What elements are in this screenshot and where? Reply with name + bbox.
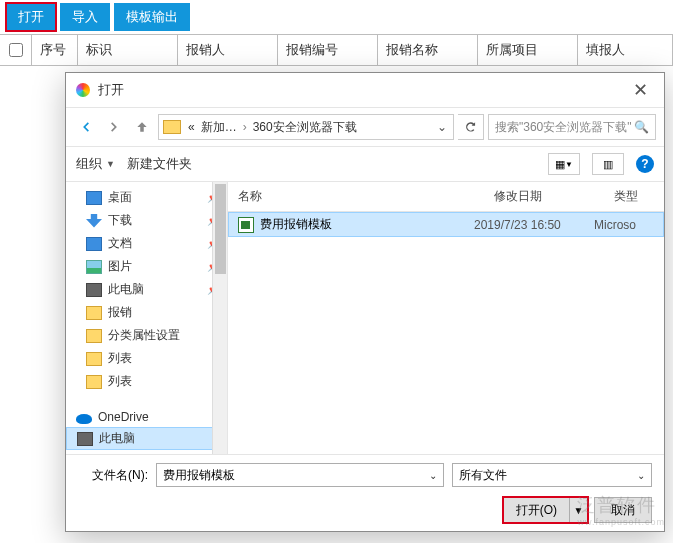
main-toolbar: 打开 导入 模板输出 xyxy=(0,0,673,34)
tree-item[interactable]: 此电脑 xyxy=(66,427,227,450)
desktop-icon xyxy=(86,191,102,205)
tree-item-label: 下载 xyxy=(108,212,132,229)
file-name: 费用报销模板 xyxy=(260,216,474,233)
doc-icon xyxy=(86,237,102,251)
folder-icon xyxy=(86,306,102,320)
tree-item-label: 列表 xyxy=(108,350,132,367)
tree-item[interactable]: 此电脑📌 xyxy=(66,278,227,301)
chevron-down-icon[interactable]: ⌄ xyxy=(431,120,453,134)
folder-icon xyxy=(86,329,102,343)
import-button[interactable]: 导入 xyxy=(60,3,110,31)
select-all-checkbox[interactable] xyxy=(9,43,23,57)
col-project[interactable]: 所属项目 xyxy=(478,35,578,65)
tree-item-label: 桌面 xyxy=(108,189,132,206)
tree-item[interactable]: 列表 xyxy=(66,370,227,393)
grid-header: 序号 标识 报销人 报销编号 报销名称 所属项目 填报人 xyxy=(0,34,673,66)
new-folder-button[interactable]: 新建文件夹 xyxy=(127,155,192,173)
refresh-icon[interactable] xyxy=(458,114,484,140)
file-type: Microso xyxy=(594,218,654,232)
down-icon xyxy=(86,214,102,228)
back-icon[interactable] xyxy=(74,115,98,139)
select-all-cell xyxy=(0,35,32,65)
dialog-body: 桌面📌下载📌文档📌图片📌此电脑📌报销分类属性设置列表列表 OneDrive此电脑… xyxy=(66,182,664,454)
pc-icon xyxy=(86,283,102,297)
organize-button[interactable]: 组织 ▼ xyxy=(76,155,115,173)
tree-item[interactable]: OneDrive xyxy=(66,407,227,427)
tree-item-label: 报销 xyxy=(108,304,132,321)
dialog-titlebar: 打开 ✕ xyxy=(66,73,664,108)
chevron-down-icon[interactable]: ⌄ xyxy=(637,470,645,481)
col-seq[interactable]: 序号 xyxy=(32,35,78,65)
app-icon xyxy=(76,83,90,97)
template-output-button[interactable]: 模板输出 xyxy=(114,3,190,31)
close-icon[interactable]: ✕ xyxy=(627,79,654,101)
help-icon[interactable]: ? xyxy=(636,155,654,173)
tree-item[interactable]: 下载📌 xyxy=(66,209,227,232)
excel-icon xyxy=(238,217,254,233)
col-name[interactable]: 报销名称 xyxy=(378,35,478,65)
open-file-button[interactable]: 打开(O) ▼ xyxy=(503,497,588,523)
tree-item[interactable]: 图片📌 xyxy=(66,255,227,278)
file-date: 2019/7/23 16:50 xyxy=(474,218,594,232)
view-mode-button[interactable]: ▦ ▼ xyxy=(548,153,580,175)
cloud-icon xyxy=(76,414,92,424)
tree-item-label: OneDrive xyxy=(98,410,149,424)
open-dropdown-icon[interactable]: ▼ xyxy=(569,498,587,522)
dialog-toolbar: 组织 ▼ 新建文件夹 ▦ ▼ ▥ ? xyxy=(66,147,664,182)
scrollbar[interactable] xyxy=(212,182,227,454)
tree-item[interactable]: 文档📌 xyxy=(66,232,227,255)
dialog-footer: 文件名(N): 费用报销模板 ⌄ 所有文件 ⌄ 打开(O) ▼ 取消 xyxy=(66,454,664,531)
dialog-nav: « 新加… › 360安全浏览器下载 ⌄ 搜索"360安全浏览器下载" 🔍 xyxy=(66,108,664,147)
breadcrumb-root[interactable]: « xyxy=(185,120,198,134)
file-list: 名称 修改日期 类型 费用报销模板 2019/7/23 16:50 Micros… xyxy=(228,182,664,454)
col-date-header[interactable]: 修改日期 xyxy=(484,182,604,211)
tree-item-label: 图片 xyxy=(108,258,132,275)
tree-item[interactable]: 报销 xyxy=(66,301,227,324)
tree-item-label: 文档 xyxy=(108,235,132,252)
search-placeholder: 搜索"360安全浏览器下载" xyxy=(495,119,632,136)
folder-icon xyxy=(163,120,181,134)
up-icon[interactable] xyxy=(130,115,154,139)
col-filler[interactable]: 填报人 xyxy=(578,35,673,65)
tree-item[interactable]: 分类属性设置 xyxy=(66,324,227,347)
chevron-right-icon: › xyxy=(240,120,250,134)
file-open-dialog: 打开 ✕ « 新加… › 360安全浏览器下载 ⌄ 搜索"360安全浏览器下载"… xyxy=(65,72,665,532)
tree-item-label: 列表 xyxy=(108,373,132,390)
search-icon[interactable]: 🔍 xyxy=(634,120,649,134)
preview-pane-button[interactable]: ▥ xyxy=(592,153,624,175)
chevron-down-icon: ▼ xyxy=(106,159,115,169)
col-flag[interactable]: 标识 xyxy=(78,35,178,65)
forward-icon[interactable] xyxy=(102,115,126,139)
tree-item-label: 此电脑 xyxy=(108,281,144,298)
open-button[interactable]: 打开 xyxy=(6,3,56,31)
file-list-header: 名称 修改日期 类型 xyxy=(228,182,664,212)
col-person[interactable]: 报销人 xyxy=(178,35,278,65)
pc-icon xyxy=(77,432,93,446)
folder-tree: 桌面📌下载📌文档📌图片📌此电脑📌报销分类属性设置列表列表 OneDrive此电脑 xyxy=(66,182,228,454)
search-input[interactable]: 搜索"360安全浏览器下载" 🔍 xyxy=(488,114,656,140)
filetype-filter[interactable]: 所有文件 ⌄ xyxy=(452,463,652,487)
tree-item[interactable]: 桌面📌 xyxy=(66,186,227,209)
folder-icon xyxy=(86,352,102,366)
dialog-title: 打开 xyxy=(98,81,627,99)
file-row[interactable]: 费用报销模板 2019/7/23 16:50 Microso xyxy=(228,212,664,237)
chevron-down-icon[interactable]: ⌄ xyxy=(429,470,437,481)
breadcrumb[interactable]: « 新加… › 360安全浏览器下载 ⌄ xyxy=(158,114,454,140)
cancel-button[interactable]: 取消 xyxy=(594,497,652,523)
folder-icon xyxy=(86,375,102,389)
breadcrumb-seg1[interactable]: 新加… xyxy=(198,119,240,136)
tree-item-label: 此电脑 xyxy=(99,430,135,447)
filename-input[interactable]: 费用报销模板 ⌄ xyxy=(156,463,444,487)
col-type-header[interactable]: 类型 xyxy=(604,182,664,211)
filename-label: 文件名(N): xyxy=(78,467,148,484)
tree-item[interactable]: 列表 xyxy=(66,347,227,370)
tree-item-label: 分类属性设置 xyxy=(108,327,180,344)
pic-icon xyxy=(86,260,102,274)
col-name-header[interactable]: 名称 xyxy=(228,182,484,211)
scrollbar-thumb[interactable] xyxy=(215,184,226,274)
breadcrumb-seg2[interactable]: 360安全浏览器下载 xyxy=(250,119,360,136)
col-number[interactable]: 报销编号 xyxy=(278,35,378,65)
